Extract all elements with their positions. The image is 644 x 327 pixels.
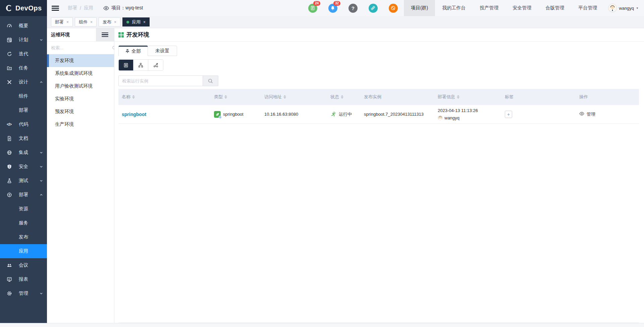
user-menu[interactable]: wangyq ▼ xyxy=(604,4,644,12)
monitor-chart-icon xyxy=(7,277,12,282)
column-label: 名称 xyxy=(122,94,130,100)
sidebar-item-code[interactable]: </> 代码 xyxy=(0,117,47,131)
sidebar-item-security[interactable]: 安全 xyxy=(0,160,47,174)
column-header-actions: 操作 xyxy=(576,94,639,100)
project-selector[interactable]: 项目：wyq-test xyxy=(103,5,143,11)
sidebar-item-release[interactable]: 发布 xyxy=(0,230,47,244)
tab-label: 全部 xyxy=(131,48,141,54)
env-item-development[interactable]: 开发环境 xyxy=(47,54,114,67)
sidebar-item-plan[interactable]: 计划 xyxy=(0,33,47,47)
org-chart-icon xyxy=(138,63,143,68)
column-header-address[interactable]: 访问地址 xyxy=(261,94,327,100)
env-item-label: 开发环境 xyxy=(55,58,74,64)
flask-icon xyxy=(7,178,12,183)
doc-tab-deploy[interactable]: 部署 × xyxy=(51,17,73,26)
column-header-deploy-info[interactable]: 部署信息 xyxy=(434,94,501,100)
sidebar-item-tasks[interactable]: 任务 xyxy=(0,61,47,75)
type-label: springboot xyxy=(223,112,244,117)
sidebar-item-label: 集成 xyxy=(19,150,40,156)
horizontal-scrollbar[interactable] xyxy=(0,323,644,327)
sidebar-item-overview[interactable]: 概要 xyxy=(0,19,47,33)
tab-all[interactable]: 全部 xyxy=(118,46,148,56)
sidebar-item-design[interactable]: 设计 xyxy=(0,75,47,89)
gear-icon xyxy=(7,291,12,296)
manage-link[interactable]: 管理 xyxy=(587,111,595,117)
doc-tab-release[interactable]: 发布 × xyxy=(99,17,120,26)
sidebar-item-label: 计划 xyxy=(19,37,40,43)
sidebar-item-label: 迭代 xyxy=(19,51,43,57)
manage-action[interactable]: 管理 xyxy=(576,111,639,117)
table-row: springboot springboot 10.16.16.63:8080 运… xyxy=(118,105,639,124)
sidebar-item-components[interactable]: 组件 xyxy=(0,89,47,103)
column-header-status[interactable]: 状态 xyxy=(327,94,361,100)
env-item-production[interactable]: 生产环境 xyxy=(47,118,114,131)
nav-workbench[interactable]: 我的工作台 xyxy=(435,0,473,16)
breadcrumb-page[interactable]: 应用 xyxy=(84,5,93,11)
environment-panel-header: 运维环境 xyxy=(47,28,114,42)
env-item-uat[interactable]: 用户验收测试环境 xyxy=(47,80,114,93)
sidebar-item-design-deploy[interactable]: 部署 xyxy=(0,103,47,117)
env-item-sit[interactable]: 系统集成测试环境 xyxy=(47,67,114,80)
close-icon[interactable]: × xyxy=(66,20,69,24)
link-share-button[interactable] xyxy=(369,4,378,13)
doc-tab-components[interactable]: 组件 × xyxy=(75,17,97,26)
sidebar-item-label: 组件 xyxy=(19,93,43,99)
plan-icon xyxy=(7,37,12,43)
shield-icon xyxy=(7,164,12,169)
sidebar-item-label: 发布 xyxy=(19,234,43,240)
app-name-link[interactable]: springboot xyxy=(122,112,146,117)
sidebar-item-resources[interactable]: 资源 xyxy=(0,202,47,216)
tools-icon xyxy=(7,79,12,85)
sidebar-item-docs[interactable]: 文档 xyxy=(0,131,47,146)
column-label: 类型 xyxy=(214,94,223,100)
column-label: 状态 xyxy=(330,94,339,100)
type-badge-icon xyxy=(219,116,222,119)
column-header-name[interactable]: 名称 xyxy=(118,94,211,100)
sidebar-item-integration[interactable]: 集成 xyxy=(0,146,47,160)
instance-search-input[interactable] xyxy=(118,75,203,86)
search-button[interactable] xyxy=(203,75,218,86)
nav-production-mgmt[interactable]: 投产管理 xyxy=(473,0,505,16)
notifications-button[interactable]: 32 xyxy=(328,4,337,13)
doc-tab-applications[interactable]: 应用 × xyxy=(122,17,150,26)
chevron-down-icon xyxy=(40,165,43,168)
env-item-staging[interactable]: 预发环境 xyxy=(47,105,114,118)
list-view-button[interactable] xyxy=(119,60,133,70)
tree-view-button[interactable] xyxy=(133,60,148,70)
sidebar-item-label: 代码 xyxy=(19,121,43,127)
sidebar-item-testing[interactable]: 测试 xyxy=(0,174,47,188)
tab-unset[interactable]: 未设置 xyxy=(148,46,177,56)
topology-view-button[interactable] xyxy=(148,60,163,70)
help-button[interactable]: ? xyxy=(348,4,358,13)
add-tag-button[interactable]: + xyxy=(505,111,512,118)
nav-projects[interactable]: 项目(群) xyxy=(404,0,435,16)
close-icon[interactable]: × xyxy=(143,20,146,24)
panel-collapse-button[interactable] xyxy=(96,28,114,41)
nav-platform-mgmt[interactable]: 平台管理 xyxy=(571,0,604,16)
column-header-type[interactable]: 类型 xyxy=(211,94,261,100)
nav-label: 安全管理 xyxy=(513,5,531,11)
sidebar-toggle-hamburger-icon[interactable] xyxy=(52,5,59,12)
sidebar-item-reports[interactable]: 报表 xyxy=(0,272,47,286)
main-content: 开发环境 全部 未设置 xyxy=(114,28,644,323)
close-icon[interactable]: × xyxy=(90,20,93,24)
sidebar-item-iteration[interactable]: 迭代 xyxy=(0,47,47,61)
brand-logo[interactable]: DevOps xyxy=(0,0,47,16)
sidebar-item-admin[interactable]: 管理 xyxy=(0,286,47,301)
breadcrumb-section[interactable]: 部署 xyxy=(68,5,77,11)
breadcrumb-separator: / xyxy=(80,5,81,11)
env-item-experiment[interactable]: 实验环境 xyxy=(47,93,114,105)
sidebar-item-applications[interactable]: 应用 xyxy=(0,244,47,258)
deploy-user-name: wangyq xyxy=(444,115,460,121)
sidebar-item-meetings[interactable]: 会议 xyxy=(0,258,47,272)
close-icon[interactable]: × xyxy=(114,20,116,24)
mute-notifications-button[interactable] xyxy=(389,4,398,13)
nav-security-mgmt[interactable]: 安全管理 xyxy=(505,0,538,16)
todo-doc-button[interactable]: 24 xyxy=(308,4,317,13)
avatar xyxy=(608,4,617,12)
column-label: 操作 xyxy=(579,94,588,100)
environment-search-input[interactable] xyxy=(51,45,110,50)
sidebar-item-deploy[interactable]: 部署 xyxy=(0,188,47,202)
nav-version-mgmt[interactable]: 合版管理 xyxy=(538,0,571,16)
sidebar-item-services[interactable]: 服务 xyxy=(0,216,47,230)
